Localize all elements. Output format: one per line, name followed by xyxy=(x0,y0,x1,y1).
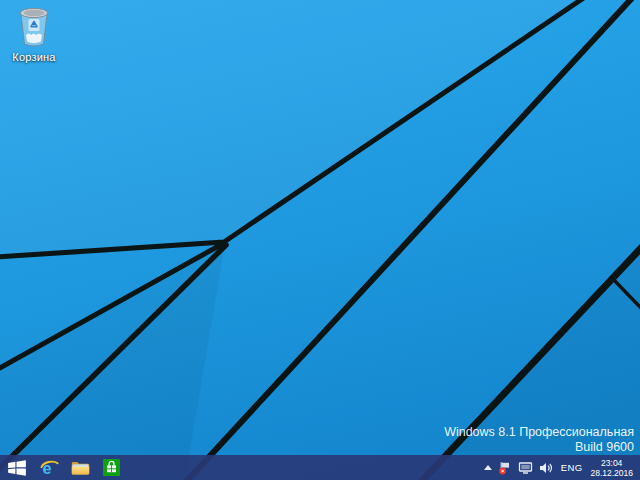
wallpaper-image xyxy=(0,0,640,480)
network-icon xyxy=(518,462,533,474)
store-icon xyxy=(103,459,120,476)
system-tray: ENG 23:04 28.12.2016 xyxy=(481,455,640,480)
recycle-bin-label: Корзина xyxy=(12,51,55,63)
recycle-bin-icon xyxy=(18,5,50,49)
windows-build-watermark: Windows 8.1 Профессиональная Build 9600 xyxy=(444,425,634,454)
network-button[interactable] xyxy=(515,455,536,480)
volume-button[interactable] xyxy=(536,455,556,480)
windows-desktop: Корзина Windows 8.1 Профессиональная Bui… xyxy=(0,0,640,480)
clock-time: 23:04 xyxy=(601,458,622,468)
internet-explorer-icon: e xyxy=(40,459,59,477)
watermark-edition: Windows 8.1 Профессиональная xyxy=(444,425,634,440)
taskbar-item-internet-explorer[interactable]: e xyxy=(34,455,65,480)
taskbar-item-store[interactable] xyxy=(96,455,127,480)
recycle-bin-desktop-icon[interactable]: Корзина xyxy=(8,5,60,63)
taskbar-item-file-explorer[interactable] xyxy=(65,455,96,480)
start-button[interactable] xyxy=(0,455,34,480)
clock[interactable]: 23:04 28.12.2016 xyxy=(588,455,637,480)
clock-date: 28.12.2016 xyxy=(590,468,633,478)
file-explorer-icon xyxy=(71,460,90,475)
taskbar: e xyxy=(0,455,640,480)
watermark-build: Build 9600 xyxy=(444,440,634,455)
speaker-icon xyxy=(539,462,553,474)
show-hidden-icons-button[interactable] xyxy=(481,455,495,480)
action-center-button[interactable] xyxy=(495,455,515,480)
chevron-up-icon xyxy=(484,465,492,470)
language-indicator[interactable]: ENG xyxy=(556,455,589,480)
flag-alert-icon xyxy=(498,461,512,475)
windows-logo-icon xyxy=(8,460,26,476)
